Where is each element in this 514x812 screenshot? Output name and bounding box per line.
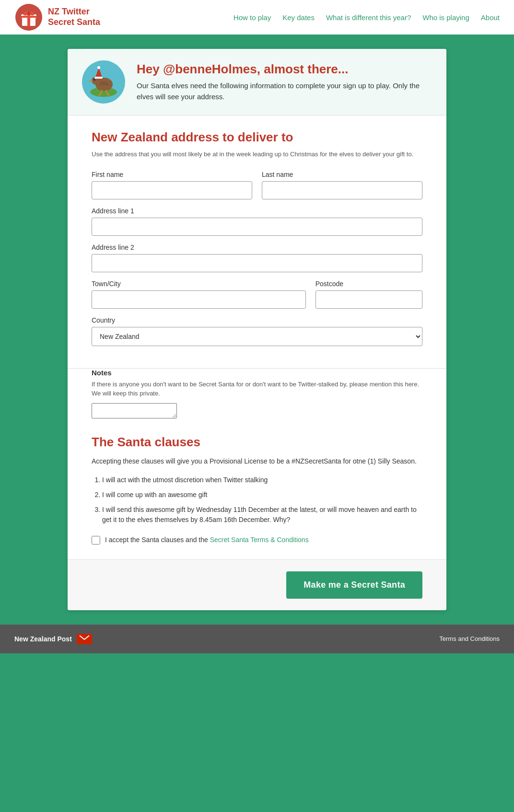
banner: Hey @benneHolmes, almost there... Our Sa… bbox=[68, 49, 446, 116]
notes-textarea[interactable] bbox=[92, 403, 177, 418]
submit-area: Make me a Secret Santa bbox=[68, 559, 446, 610]
svg-rect-4 bbox=[21, 16, 36, 18]
first-name-label: First name bbox=[92, 171, 252, 178]
svg-rect-3 bbox=[27, 13, 30, 27]
town-city-input[interactable] bbox=[92, 290, 306, 309]
postcode-label: Postcode bbox=[315, 280, 422, 288]
nzpost-company-name: New Zealand Post bbox=[14, 635, 72, 643]
nzpost-icon bbox=[77, 634, 92, 644]
clause-item-3: I will send this awesome gift by Wednesd… bbox=[102, 505, 422, 525]
address2-input[interactable] bbox=[92, 254, 422, 272]
town-postcode-row: Town/City Postcode bbox=[92, 280, 422, 309]
accept-checkbox[interactable] bbox=[92, 536, 100, 545]
logo-icon bbox=[14, 3, 43, 32]
svg-point-7 bbox=[27, 12, 30, 15]
clauses-list: I will act with the utmost discretion wh… bbox=[92, 475, 422, 525]
nav: How to play Key dates What is different … bbox=[234, 13, 500, 22]
address1-row: Address line 1 bbox=[92, 207, 422, 236]
address-section: New Zealand address to deliver to Use th… bbox=[68, 116, 446, 369]
nav-key-dates[interactable]: Key dates bbox=[282, 13, 315, 22]
address1-group: Address line 1 bbox=[92, 207, 422, 236]
accept-row: I accept the Santa clauses and the Secre… bbox=[92, 534, 422, 545]
postcode-input[interactable] bbox=[315, 290, 422, 309]
clauses-heading: The Santa clauses bbox=[92, 435, 422, 450]
svg-rect-15 bbox=[94, 77, 103, 79]
country-group: Country New Zealand bbox=[92, 316, 422, 346]
country-row: Country New Zealand bbox=[92, 316, 422, 346]
last-name-input[interactable] bbox=[262, 181, 422, 199]
first-name-group: First name bbox=[92, 171, 252, 199]
notes-description: If there is anyone you don't want to be … bbox=[92, 380, 422, 398]
address2-row: Address line 2 bbox=[92, 244, 422, 272]
town-city-group: Town/City bbox=[92, 280, 306, 309]
address-subtitle: Use the address that you will most likel… bbox=[92, 150, 422, 159]
postcode-group: Postcode bbox=[315, 280, 422, 309]
submit-button[interactable]: Make me a Secret Santa bbox=[286, 571, 422, 599]
nav-what-is-different[interactable]: What is different this year? bbox=[326, 13, 411, 22]
accept-label: I accept the Santa clauses and the Secre… bbox=[105, 534, 309, 545]
terms-link[interactable]: Secret Santa Terms & Conditions bbox=[210, 536, 309, 544]
address2-group: Address line 2 bbox=[92, 244, 422, 272]
first-name-input[interactable] bbox=[92, 181, 252, 199]
town-city-label: Town/City bbox=[92, 280, 306, 288]
accept-prefix: I accept the Santa clauses and the bbox=[105, 536, 210, 544]
footer-logo: New Zealand Post bbox=[14, 634, 92, 644]
name-row: First name Last name bbox=[92, 171, 422, 199]
banner-body: Our Santa elves need the following infor… bbox=[137, 81, 432, 102]
svg-point-16 bbox=[97, 66, 100, 69]
banner-text: Hey @benneHolmes, almost there... Our Sa… bbox=[137, 62, 432, 102]
address-heading: New Zealand address to deliver to bbox=[92, 130, 422, 145]
address2-label: Address line 2 bbox=[92, 244, 422, 251]
logo-text: NZ Twitter Secret Santa bbox=[48, 7, 100, 27]
kiwi-bird-icon bbox=[87, 65, 120, 99]
header: NZ Twitter Secret Santa How to play Key … bbox=[0, 0, 514, 35]
address1-input[interactable] bbox=[92, 218, 422, 236]
nav-about[interactable]: About bbox=[481, 13, 500, 22]
clauses-section: The Santa clauses Accepting these clause… bbox=[68, 430, 446, 559]
clause-item-2: I will come up with an awesome gift bbox=[102, 490, 422, 500]
avatar bbox=[82, 60, 125, 104]
clauses-intro: Accepting these clauses will give you a … bbox=[92, 456, 422, 466]
nav-who-is-playing[interactable]: Who is playing bbox=[422, 13, 469, 22]
logo: NZ Twitter Secret Santa bbox=[14, 3, 100, 32]
svg-point-13 bbox=[94, 79, 95, 79]
nav-how-to-play[interactable]: How to play bbox=[234, 13, 271, 22]
notes-section: Notes If there is anyone you don't want … bbox=[68, 369, 446, 430]
footer: New Zealand Post Terms and Conditions bbox=[0, 625, 514, 653]
address1-label: Address line 1 bbox=[92, 207, 422, 215]
country-select[interactable]: New Zealand bbox=[92, 327, 422, 346]
country-label: Country bbox=[92, 316, 422, 324]
last-name-label: Last name bbox=[262, 171, 422, 178]
notes-label: Notes bbox=[92, 369, 422, 377]
footer-terms-link[interactable]: Terms and Conditions bbox=[439, 635, 500, 642]
banner-heading: Hey @benneHolmes, almost there... bbox=[137, 62, 432, 77]
envelope-icon bbox=[79, 635, 90, 643]
clause-item-1: I will act with the utmost discretion wh… bbox=[102, 475, 422, 485]
main-card: Hey @benneHolmes, almost there... Our Sa… bbox=[68, 49, 446, 610]
last-name-group: Last name bbox=[262, 171, 422, 199]
